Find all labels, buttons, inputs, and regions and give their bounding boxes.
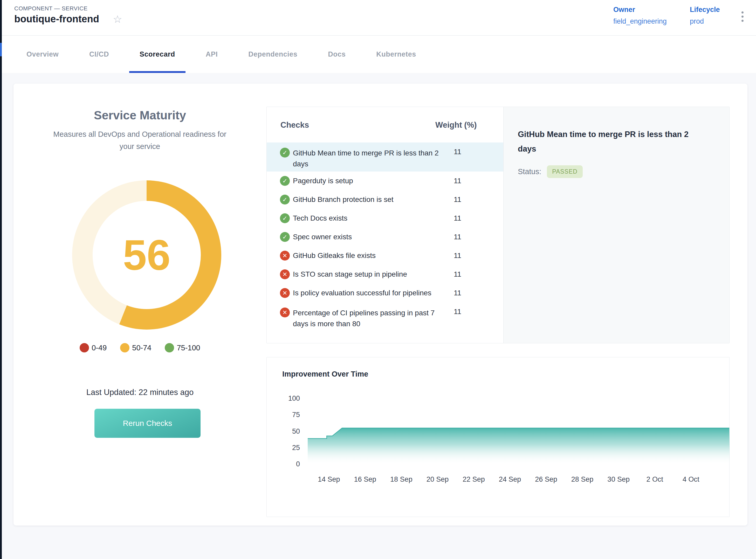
breadcrumb: COMPONENT — SERVICE xyxy=(14,5,88,12)
check-weight: 11 xyxy=(454,289,461,297)
check-weight: 11 xyxy=(454,251,461,260)
x-tick-label: 24 Sep xyxy=(492,475,528,484)
status-badge: PASSED xyxy=(547,165,583,178)
tab-scorecard[interactable]: Scorecard xyxy=(140,36,175,73)
legend-label: 75-100 xyxy=(177,343,200,352)
x-tick-label: 30 Sep xyxy=(600,475,637,484)
status-row: Status: PASSED xyxy=(518,165,583,178)
checks-panel: Checks Weight (%) GitHub Mean time to me… xyxy=(267,107,730,343)
legend-item: 75-100 xyxy=(165,343,200,353)
check-row[interactable]: Is STO scan stage setup in pipeline 11 xyxy=(267,265,503,284)
check-label: GitHub Mean time to merge PR is less tha… xyxy=(293,148,449,170)
collapsed-sidenav xyxy=(0,0,2,559)
maturity-subtitle: Measures all DevOps and Operational read… xyxy=(45,128,234,153)
rerun-checks-button[interactable]: Rerun Checks xyxy=(94,409,201,438)
legend-item: 0-49 xyxy=(79,343,107,353)
check-status-icon xyxy=(280,148,290,158)
legend-dot-icon xyxy=(120,343,130,353)
check-status-icon xyxy=(280,176,290,186)
legend-dot-icon xyxy=(165,343,174,353)
checks-list: Checks Weight (%) GitHub Mean time to me… xyxy=(267,107,504,343)
check-weight: 11 xyxy=(454,196,461,204)
lifecycle-label: Lifecycle xyxy=(690,6,734,14)
owner-label: Owner xyxy=(613,6,678,14)
tab-dependencies[interactable]: Dependencies xyxy=(248,36,297,73)
x-tick-label: 20 Sep xyxy=(419,475,456,484)
check-label: Spec owner exists xyxy=(293,231,449,242)
check-label: GitHub Branch protection is set xyxy=(293,194,449,205)
x-tick-label: 18 Sep xyxy=(383,475,419,484)
check-detail-title: GitHub Mean time to merge PR is less tha… xyxy=(518,127,707,156)
y-tick-label: 100 xyxy=(277,395,300,403)
sidenav-active-indicator xyxy=(0,43,2,56)
page-header: COMPONENT — SERVICE boutique-frontend ☆ … xyxy=(2,0,756,36)
maturity-panel: Service Maturity Measures all DevOps and… xyxy=(14,84,267,526)
tab-overview[interactable]: Overview xyxy=(26,36,59,73)
check-row[interactable]: GitHub Gitleaks file exists 11 xyxy=(267,246,503,265)
page-title: boutique-frontend xyxy=(14,14,99,25)
check-row[interactable]: GitHub Mean time to merge PR is less tha… xyxy=(267,142,503,172)
tab-api[interactable]: API xyxy=(206,36,218,73)
legend-label: 50-74 xyxy=(132,343,151,352)
check-row[interactable]: Spec owner exists 11 xyxy=(267,228,503,246)
x-tick-label: 16 Sep xyxy=(347,475,384,484)
kebab-menu-icon[interactable] xyxy=(740,10,745,23)
content-area: Service Maturity Measures all DevOps and… xyxy=(2,73,756,559)
x-tick-label: 2 Oct xyxy=(637,475,673,484)
check-weight: 11 xyxy=(454,214,461,222)
y-tick-label: 25 xyxy=(277,444,300,452)
check-status-icon xyxy=(280,251,290,261)
tab-cicd[interactable]: CI/CD xyxy=(89,36,109,73)
check-row[interactable]: Tech Docs exists 11 xyxy=(267,209,503,228)
check-weight: 11 xyxy=(454,148,461,156)
area-series xyxy=(308,428,730,465)
check-status-icon xyxy=(280,213,290,223)
x-tick-label: 22 Sep xyxy=(456,475,492,484)
favorite-star-icon[interactable]: ☆ xyxy=(113,14,122,24)
check-status-icon xyxy=(280,195,290,204)
maturity-score: 56 xyxy=(123,230,171,280)
x-tick-label: 4 Oct xyxy=(673,475,709,484)
x-tick-label: 14 Sep xyxy=(311,475,347,484)
check-status-icon xyxy=(280,308,290,317)
status-label: Status: xyxy=(518,167,541,176)
checks-rows: GitHub Mean time to merge PR is less tha… xyxy=(267,142,503,331)
owner-value-link[interactable]: field_engineering xyxy=(613,17,678,25)
x-axis-ticks: 14 Sep 16 Sep 18 Sep 20 Sep 22 Sep 24 Se… xyxy=(311,475,709,484)
weight-column-header: Weight (%) xyxy=(435,120,477,130)
tab-kubernetes[interactable]: Kubernetes xyxy=(376,36,416,73)
check-weight: 11 xyxy=(454,177,461,185)
checks-column-header: Checks xyxy=(280,120,309,130)
area-chart xyxy=(308,383,730,465)
check-label: Pagerduty is setup xyxy=(293,175,449,186)
x-tick-label: 26 Sep xyxy=(528,475,564,484)
scorecard-card: Service Maturity Measures all DevOps and… xyxy=(14,84,748,526)
donut-hole: 56 xyxy=(93,201,201,309)
lifecycle-value: prod xyxy=(690,17,734,25)
check-label: Tech Docs exists xyxy=(293,213,449,224)
y-tick-label: 75 xyxy=(277,411,300,419)
tab-bar: Overview CI/CD Scorecard API Dependencie… xyxy=(2,36,756,73)
check-label: Percentage of CI pipelines passing in pa… xyxy=(293,308,449,329)
tab-docs[interactable]: Docs xyxy=(328,36,346,73)
score-legend: 0-49 50-74 75-100 xyxy=(14,343,267,353)
improvement-chart-panel: Improvement Over Time 1007550250 14 Sep xyxy=(267,357,730,517)
owner-block: Owner field_engineering xyxy=(613,6,678,25)
chart-title: Improvement Over Time xyxy=(282,370,368,378)
check-status-icon xyxy=(280,269,290,279)
check-label: Is STO scan stage setup in pipeline xyxy=(293,269,449,280)
x-tick-label: 28 Sep xyxy=(564,475,601,484)
last-updated-text: Last Updated: 22 minutes ago xyxy=(14,388,267,397)
check-row[interactable]: Is policy evaluation successful for pipe… xyxy=(267,284,503,302)
legend-item: 50-74 xyxy=(120,343,151,353)
legend-dot-icon xyxy=(79,343,89,353)
check-row[interactable]: GitHub Branch protection is set 11 xyxy=(267,190,503,209)
check-row[interactable]: Percentage of CI pipelines passing in pa… xyxy=(267,302,503,331)
maturity-donut-chart: 56 xyxy=(72,180,221,330)
y-tick-label: 0 xyxy=(277,460,300,468)
check-status-icon xyxy=(280,232,290,242)
check-row[interactable]: Pagerduty is setup 11 xyxy=(267,172,503,190)
check-weight: 11 xyxy=(454,308,461,316)
check-weight: 11 xyxy=(454,270,461,278)
checks-table-header: Checks Weight (%) xyxy=(267,107,503,142)
